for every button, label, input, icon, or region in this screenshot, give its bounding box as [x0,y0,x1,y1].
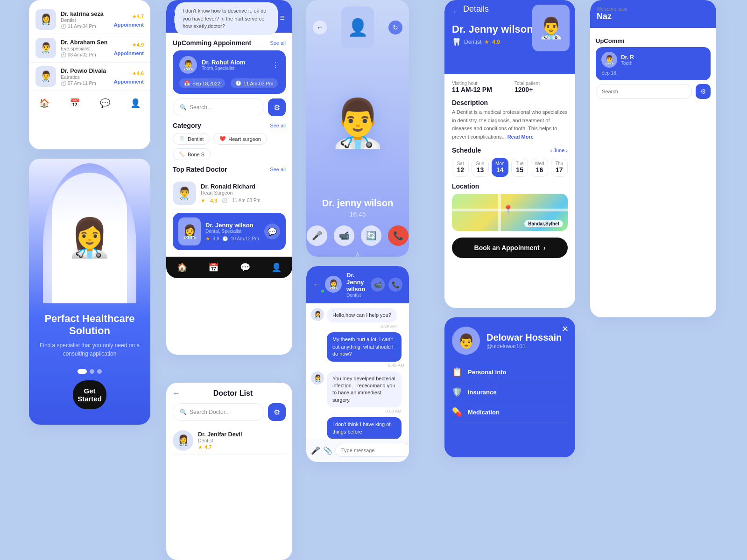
chat2-welcome: Welcome back [597,7,627,12]
mute-button[interactable]: 🎤 [307,225,327,246]
profile-card: ✕ 👨 Delowar Hossain @uidelowar101 📋 Pers… [444,317,575,457]
dot-2[interactable] [90,369,94,374]
nav-home-icon[interactable]: 🏠 [39,98,49,108]
book-appointment-button[interactable]: Book an Appoinment › [452,238,568,258]
date-row: Sat 12 Sun 13 Mon 14 Tue 15 Wed 16 Thu 1… [452,158,568,177]
dash-nav-calendar[interactable]: 📅 [208,262,218,273]
appt-item-3: 👨‍⚕️ Dr. Powio Divala Eatratics 🕐 07 Am-… [29,63,150,91]
end-call-button[interactable]: 📞 [388,225,409,246]
phone-call-button[interactable]: 📞 [388,278,402,292]
total-patient-val: 1200+ [514,86,568,93]
total-patient-label: Total patient [514,81,568,86]
chat2-doc-name: Dr. R [621,54,634,61]
search-icon: 🔍 [180,104,187,111]
search-placeholder-dl: Search Doctor... [190,409,230,415]
doctor-list-search[interactable]: 🔍 Search Doctor... [173,403,264,421]
doctor-list-item-1: 👩‍⚕️ Dr. Jenifar Devil Dentist ★ 4.7 [173,427,286,455]
dash-nav-chat[interactable]: 💬 [240,262,250,273]
video-call-button[interactable]: 📹 [371,278,385,292]
nav-chat-icon[interactable]: 💬 [100,98,110,108]
chat-card: ← 👩‍⚕️ Dr. Jenny wilson Dentist 📹 📞 👩‍⚕️… [306,266,409,462]
appt-time-3: 🕐 07 Am-11 Pm [61,81,114,86]
details-back-button[interactable]: ← [452,7,459,16]
category-heart-surgeon[interactable]: ❤️ Heart surgeon [213,133,267,145]
day-mon-label: Mon [494,161,506,166]
date-sun[interactable]: Sun 13 [472,158,488,177]
dash-nav-home[interactable]: 🏠 [177,262,187,273]
msg-time-2: 8.48 AM [327,363,404,368]
doctor-chat-card: 👩‍⚕️ Dr. Jenny wilson Dental, Specialist… [173,213,286,250]
chat-doctor-info: Dr. Jenny wilson Dentist [346,272,366,298]
appointment-options-icon[interactable]: ⋮ [272,61,279,70]
doctor-list-back[interactable]: ← [173,389,180,398]
video-back-button[interactable]: ← [313,21,327,35]
mic-icon[interactable]: 🎤 [311,446,320,455]
chat2-doc-row: 👨‍⚕️ Dr. R Tooth [601,52,705,68]
doctor-chat-meta: ★ 4.9 🕐 10 Am-12 Pm [205,236,260,242]
video-thumbnail: 👤 [341,7,374,49]
nav-profile-icon[interactable]: 👤 [130,98,141,108]
msg-bubble-1: Hello,how can I help you? [327,308,397,322]
dot-3[interactable] [97,369,102,374]
appt-avatar-2: 👨‍⚕️ [35,38,56,58]
search-input[interactable]: 🔍 Search... [173,98,264,116]
appt-link-1[interactable]: Appoinment [114,22,144,28]
chat2-header: Welcome back Naz [590,0,716,28]
dashboard-card: Welcome back Nazmul 🎉 ≡ UpComming Appoin… [166,0,292,355]
dl-avatar-1: 👩‍⚕️ [173,430,193,451]
chat2-body: UpCommi 👨‍⚕️ Dr. R Tooth Sep 18, ⚙ [590,28,716,299]
schedule-month[interactable]: ‹ June › [550,147,568,153]
category-section-row: Category See all [173,122,286,129]
clock-icon-1: 🕐 [61,24,66,29]
nav-calendar-icon[interactable]: 📅 [70,98,80,108]
appointment-time-badge: 🕐 11 Am-03 Pm [231,78,278,88]
switch-camera-button[interactable]: 🔄 [361,225,381,246]
category-bone[interactable]: 🦴 Bone S [173,148,211,160]
date-tue[interactable]: Tue 15 [511,158,528,177]
doctor-list-filter[interactable]: ⚙ [268,403,286,421]
see-all-category[interactable]: See all [270,123,286,128]
doctor-chat-button[interactable]: 💬 [264,224,280,239]
medication-label: Medication [468,409,500,416]
chat2-filter-button[interactable]: ⚙ [696,84,711,99]
msg-avatar-1: 👩‍⚕️ [311,308,324,321]
hero-text-area: Perfact Healthcare Solution Find a speci… [29,303,150,363]
category-dentist[interactable]: 🦷 Dentist [173,133,210,145]
camera-button[interactable]: 📹 [334,225,354,246]
video-refresh-icon[interactable]: ↻ [388,21,402,35]
appt-spec-2: Eye specialist [61,46,114,51]
attach-icon[interactable]: 📎 [323,446,332,455]
appt-link-2[interactable]: Appoinment [114,50,144,56]
chat-back-button[interactable]: ← [313,280,320,289]
chat-body: 👩‍⚕️ Hello,how can I help you? 8.30 AM M… [306,303,409,439]
upcoming-doctor-row: 👨‍⚕️ Dr. Rohul Alom Tooth,Specialist ⋮ [179,56,279,74]
date-mon[interactable]: Mon 14 [492,158,508,177]
hero-card: 👩‍⚕️ Perfact Healthcare Solution Find a … [29,159,150,425]
menu-icon[interactable]: ≡ [280,13,285,23]
profile-menu-personal-info[interactable]: 📋 Personal info [452,362,568,382]
msg-1: 👩‍⚕️ Hello,how can I help you? 8.30 AM [311,308,404,329]
profile-menu-medication[interactable]: 💊 Medication [452,402,568,422]
dot-1[interactable] [78,369,87,374]
profile-menu-insurance[interactable]: 🛡️ Insurance [452,382,568,402]
location-title: Location [452,182,568,190]
date-sat[interactable]: Sat 12 [452,158,469,177]
see-all-upcoming[interactable]: See all [270,40,286,46]
chat2-upcoming-title: UpCommi [596,37,711,44]
get-started-button[interactable]: Get Started [73,380,106,409]
top-doctor-avatar-1: 👨‍⚕️ [173,182,196,205]
details-title: Details [463,4,489,14]
filter-button[interactable]: ⚙ [268,98,286,116]
see-all-top-doctors[interactable]: See all [270,167,286,172]
read-more-link[interactable]: Read More [507,134,534,140]
upcoming-doctor-name: Dr. Rohul Alom [202,59,245,66]
top-doctors-title: Top Rated Doctor [173,166,227,173]
dash-nav-profile[interactable]: 👤 [271,262,282,273]
chat2-search-input[interactable] [596,84,692,99]
date-wed[interactable]: Wed 16 [531,158,548,177]
date-thu[interactable]: Thu 17 [551,158,568,177]
appt-link-3[interactable]: Appoinment [114,79,144,84]
dl-info-1: Dr. Jenifar Devil Dentist ★ 4.7 [198,431,286,450]
profile-close-button[interactable]: ✕ [562,324,569,334]
chat-message-input[interactable] [335,444,409,457]
